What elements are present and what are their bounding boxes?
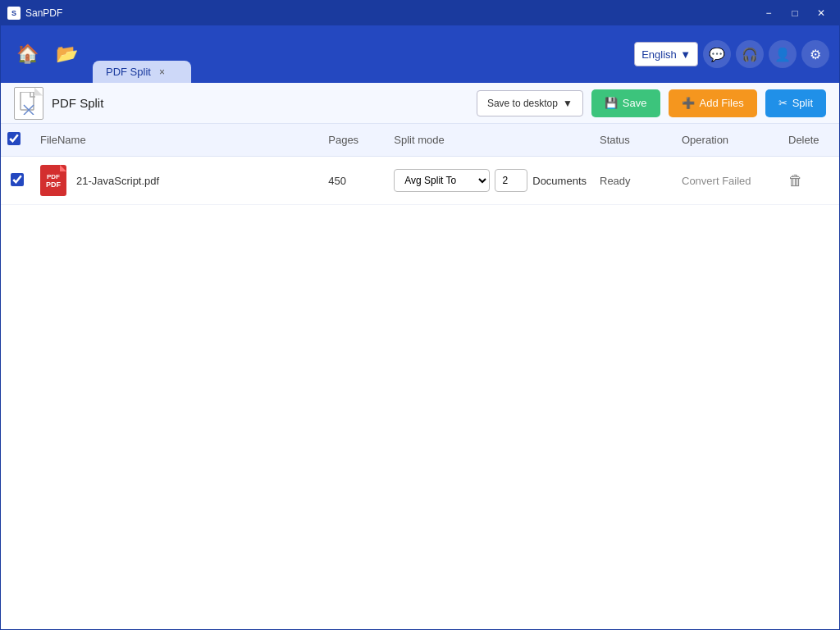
trash-icon: 🗑 bbox=[788, 172, 803, 189]
table-row: PDF 21-JavaScript.pdf 450 Avg Split To S… bbox=[1, 157, 839, 205]
save-button[interactable]: 💾 Save bbox=[591, 89, 660, 117]
row-pages-cell: 450 bbox=[322, 157, 387, 205]
app-title: SanPDF bbox=[25, 7, 62, 19]
col-header-pages: Pages bbox=[322, 124, 387, 157]
row-checkbox[interactable] bbox=[11, 173, 24, 186]
row-split-mode-cell: Avg Split To Split By Pages Split By Siz… bbox=[387, 157, 593, 205]
row-filename: 21-JavaScript.pdf bbox=[76, 175, 159, 187]
settings-icon: ⚙ bbox=[810, 47, 821, 62]
split-mode-dropdown[interactable]: Avg Split To Split By Pages Split By Siz… bbox=[394, 169, 490, 192]
col-header-checkbox bbox=[1, 124, 34, 157]
save-dest-label: Save to desktop bbox=[487, 98, 558, 109]
add-files-button[interactable]: ➕ Add Files bbox=[669, 89, 757, 117]
col-header-operation: Operation bbox=[675, 124, 782, 157]
main-area: PDF Split Save to desktop ▼ 💾 Save ➕ Add… bbox=[1, 83, 839, 629]
toolbar: PDF Split Save to desktop ▼ 💾 Save ➕ Add… bbox=[1, 83, 839, 124]
nav-bar: 🏠 📂 PDF Split × English 中文 日本語 ▼ 💬 bbox=[1, 25, 839, 83]
row-delete-cell[interactable]: 🗑 bbox=[782, 157, 839, 205]
split-button-label: Split bbox=[792, 97, 813, 109]
split-button[interactable]: ✂ Split bbox=[765, 89, 826, 117]
close-button[interactable]: ✕ bbox=[810, 5, 833, 21]
file-table: FileName Pages Split mode Status Operati… bbox=[1, 124, 839, 205]
row-checkbox-cell[interactable] bbox=[1, 157, 34, 205]
toolbar-title: PDF Split bbox=[52, 96, 468, 110]
title-bar: S SanPDF − □ ✕ bbox=[1, 1, 839, 25]
comment-icon: 💬 bbox=[709, 47, 725, 62]
row-operation: Convert Failed bbox=[682, 175, 751, 187]
col-header-status: Status bbox=[593, 124, 675, 157]
split-icon: ✂ bbox=[778, 97, 788, 109]
row-filename-cell: PDF 21-JavaScript.pdf bbox=[34, 157, 322, 205]
folder-button[interactable]: 📂 bbox=[50, 38, 83, 71]
tab-label: PDF Split bbox=[106, 66, 151, 78]
language-dropdown[interactable]: English 中文 日本語 bbox=[641, 48, 677, 61]
col-header-delete: Delete bbox=[782, 124, 839, 157]
content-area: FileName Pages Split mode Status Operati… bbox=[1, 124, 839, 629]
user-icon: 👤 bbox=[774, 47, 791, 62]
add-files-button-label: Add Files bbox=[700, 97, 744, 109]
headphone-button[interactable]: 🎧 bbox=[736, 40, 764, 68]
row-status-cell: Ready bbox=[593, 157, 675, 205]
save-dest-arrow-icon: ▼ bbox=[563, 98, 573, 109]
table-header-row: FileName Pages Split mode Status Operati… bbox=[1, 124, 839, 157]
row-delete-button[interactable]: 🗑 bbox=[788, 172, 803, 189]
tab-pdf-split[interactable]: PDF Split × bbox=[93, 61, 191, 83]
file-table-body: PDF 21-JavaScript.pdf 450 Avg Split To S… bbox=[1, 157, 839, 205]
lang-dropdown-arrow: ▼ bbox=[680, 48, 691, 61]
pdf-split-icon bbox=[14, 87, 43, 120]
minimize-button[interactable]: − bbox=[757, 5, 780, 21]
nav-right: English 中文 日本語 ▼ 💬 🎧 👤 ⚙ bbox=[634, 40, 829, 68]
headphone-icon: 🎧 bbox=[742, 47, 758, 62]
col-header-split-mode: Split mode bbox=[387, 124, 593, 157]
pdf-file-icon: PDF bbox=[40, 165, 66, 196]
add-files-icon: ➕ bbox=[682, 97, 695, 109]
save-destination-button[interactable]: Save to desktop ▼ bbox=[477, 90, 583, 116]
settings-button[interactable]: ⚙ bbox=[801, 40, 829, 68]
window-controls: − □ ✕ bbox=[757, 5, 833, 21]
row-pages: 450 bbox=[328, 175, 346, 187]
save-button-label: Save bbox=[623, 97, 647, 109]
app-icon: S bbox=[7, 7, 21, 20]
home-button[interactable]: 🏠 bbox=[11, 38, 43, 71]
split-unit-label: Documents bbox=[532, 175, 587, 187]
select-all-checkbox[interactable] bbox=[7, 132, 21, 145]
language-selector[interactable]: English 中文 日本語 ▼ bbox=[634, 42, 698, 66]
tab-close-button[interactable]: × bbox=[158, 67, 167, 77]
user-button[interactable]: 👤 bbox=[769, 40, 797, 68]
maximize-button[interactable]: □ bbox=[783, 5, 806, 21]
tabs-container: PDF Split × bbox=[93, 61, 628, 83]
split-num-input[interactable] bbox=[495, 169, 527, 192]
comment-button[interactable]: 💬 bbox=[703, 40, 731, 68]
col-header-filename: FileName bbox=[34, 124, 322, 157]
row-status: Ready bbox=[600, 175, 631, 187]
save-icon: 💾 bbox=[605, 97, 618, 109]
folder-icon: 📂 bbox=[56, 43, 78, 65]
home-icon: 🏠 bbox=[16, 43, 39, 65]
row-operation-cell: Convert Failed bbox=[675, 157, 782, 205]
